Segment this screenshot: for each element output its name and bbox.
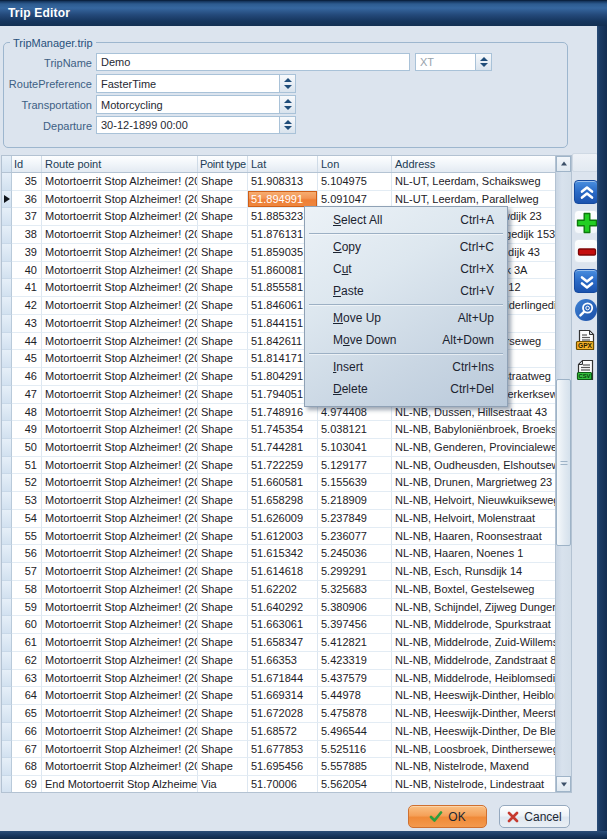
cell-route-point[interactable]: Motortoerrit Stop Alzheimer! (20 <box>42 191 198 209</box>
cell-lon[interactable]: 5.412821 <box>318 634 392 652</box>
table-row[interactable]: 35Motortoerrit Stop Alzheimer! (20Shape5… <box>2 173 555 191</box>
cell-lat[interactable]: 51.612003 <box>248 528 318 546</box>
cell-id[interactable]: 62 <box>12 652 42 670</box>
cell-route-point[interactable]: Motortoerrit Stop Alzheimer! (20 <box>42 634 198 652</box>
cell-lat[interactable]: 51.640292 <box>248 599 318 617</box>
cell-id[interactable]: 66 <box>12 723 42 741</box>
cell-lat[interactable]: 51.669314 <box>248 687 318 705</box>
cell-point-type[interactable]: Shape <box>198 741 248 759</box>
context-menu-item-cut[interactable]: CutCtrl+X <box>305 258 507 280</box>
table-row[interactable]: 54Motortoerrit Stop Alzheimer! (20Shape5… <box>2 510 555 528</box>
cell-point-type[interactable]: Shape <box>198 705 248 723</box>
cell-lon[interactable]: 5.236077 <box>318 528 392 546</box>
cell-route-point[interactable]: Motortoerrit Stop Alzheimer! (20 <box>42 297 198 315</box>
cell-lat[interactable]: 51.672028 <box>248 705 318 723</box>
cell-address[interactable]: NL-NB, Nistelrode, Maxend <box>392 758 555 776</box>
cell-lat[interactable]: 51.695456 <box>248 758 318 776</box>
csv-export-button[interactable]: CSV <box>574 358 598 382</box>
cell-point-type[interactable]: Shape <box>198 208 248 226</box>
cell-route-point[interactable]: Motortoerrit Stop Alzheimer! (20 <box>42 315 198 333</box>
cell-address[interactable]: NL-NB, Babyloniënbroek, Broekseweg <box>392 421 555 439</box>
header-point-type[interactable]: Point type <box>198 156 248 172</box>
cell-lat[interactable]: 51.658347 <box>248 634 318 652</box>
cell-lon[interactable]: 5.475878 <box>318 705 392 723</box>
cell-lon[interactable]: 5.423319 <box>318 652 392 670</box>
cell-point-type[interactable]: Shape <box>198 457 248 475</box>
cell-route-point[interactable]: Motortoerrit Stop Alzheimer! (20 <box>42 652 198 670</box>
cell-lon[interactable]: 5.103041 <box>318 439 392 457</box>
cell-id[interactable]: 63 <box>12 670 42 688</box>
table-row[interactable]: 59Motortoerrit Stop Alzheimer! (20Shape5… <box>2 599 555 617</box>
context-menu-item-move-down[interactable]: Move DownAlt+Down <box>305 329 507 351</box>
cell-route-point[interactable]: Motortoerrit Stop Alzheimer! (20 <box>42 723 198 741</box>
context-menu-item-paste[interactable]: PasteCtrl+V <box>305 280 507 302</box>
cell-lat[interactable]: 51.70006 <box>248 776 318 792</box>
cell-id[interactable]: 48 <box>12 404 42 422</box>
remove-button[interactable] <box>574 239 598 263</box>
table-row[interactable]: 67Motortoerrit Stop Alzheimer! (20Shape5… <box>2 741 555 759</box>
cell-route-point[interactable]: Motortoerrit Stop Alzheimer! (20 <box>42 510 198 528</box>
cell-lat[interactable]: 51.745354 <box>248 421 318 439</box>
cell-address[interactable]: NL-NB, Loosbroek, Dintherseweg <box>392 741 555 759</box>
cell-address[interactable]: NL-NB, Middelrode, Zandstraat 83 <box>392 652 555 670</box>
cell-address[interactable]: NL-NB, Middelrode, Spurkstraat <box>392 616 555 634</box>
cell-address[interactable]: NL-NB, Haaren, Noenes 1 <box>392 545 555 563</box>
cell-id[interactable]: 46 <box>12 368 42 386</box>
cell-lon[interactable]: 5.525116 <box>318 741 392 759</box>
cell-point-type[interactable]: Shape <box>198 368 248 386</box>
cell-point-type[interactable]: Shape <box>198 474 248 492</box>
cell-id[interactable]: 43 <box>12 315 42 333</box>
cell-point-type[interactable]: Shape <box>198 510 248 528</box>
cell-id[interactable]: 36 <box>12 191 42 209</box>
cancel-button[interactable]: Cancel <box>499 805 570 828</box>
cell-id[interactable]: 55 <box>12 528 42 546</box>
cell-point-type[interactable]: Shape <box>198 262 248 280</box>
cell-route-point[interactable]: Motortoerrit Stop Alzheimer! (20 <box>42 262 198 280</box>
cell-route-point[interactable]: Motortoerrit Stop Alzheimer! (20 <box>42 439 198 457</box>
header-lon[interactable]: Lon <box>318 156 392 172</box>
cell-route-point[interactable]: Motortoerrit Stop Alzheimer! (20 <box>42 173 198 191</box>
cell-id[interactable]: 53 <box>12 492 42 510</box>
cell-lon[interactable]: 5.380906 <box>318 599 392 617</box>
tripname-input[interactable]: Demo <box>96 53 410 71</box>
spin-down-icon[interactable] <box>284 106 292 110</box>
table-row[interactable]: 62Motortoerrit Stop Alzheimer! (20Shape5… <box>2 652 555 670</box>
cell-route-point[interactable]: Motortoerrit Stop Alzheimer! (20 <box>42 599 198 617</box>
cell-point-type[interactable]: Shape <box>198 599 248 617</box>
spin-up-icon[interactable] <box>284 78 292 82</box>
table-row[interactable]: 68Motortoerrit Stop Alzheimer! (20Shape5… <box>2 758 555 776</box>
departure-spinner[interactable]: 30-12-1899 00:00 <box>96 116 296 134</box>
cell-point-type[interactable]: Shape <box>198 386 248 404</box>
cell-route-point[interactable]: Motortoerrit Stop Alzheimer! (20 <box>42 492 198 510</box>
header-route-point[interactable]: Route point <box>42 156 198 172</box>
cell-lon[interactable]: 5.299291 <box>318 563 392 581</box>
cell-lon[interactable]: 5.44978 <box>318 687 392 705</box>
cell-id[interactable]: 64 <box>12 687 42 705</box>
table-row[interactable]: 64Motortoerrit Stop Alzheimer! (20Shape5… <box>2 687 555 705</box>
scroll-down-button[interactable] <box>556 776 571 792</box>
cell-point-type[interactable]: Shape <box>198 244 248 262</box>
cell-route-point[interactable]: Motortoerrit Stop Alzheimer! (20 <box>42 741 198 759</box>
cell-id[interactable]: 41 <box>12 279 42 297</box>
spin-down-icon[interactable] <box>480 63 488 67</box>
table-row[interactable]: 66Motortoerrit Stop Alzheimer! (20Shape5… <box>2 723 555 741</box>
cell-address[interactable]: NL-NB, Haaren, Roonsestraat <box>392 528 555 546</box>
add-button[interactable] <box>574 210 598 234</box>
cell-lat[interactable]: 51.626009 <box>248 510 318 528</box>
cell-id[interactable]: 50 <box>12 439 42 457</box>
cell-id[interactable]: 67 <box>12 741 42 759</box>
transportation-spin-buttons[interactable] <box>279 96 295 113</box>
scroll-up-button[interactable] <box>556 156 571 172</box>
context-menu-item-move-up[interactable]: Move UpAlt+Up <box>305 307 507 329</box>
cell-id[interactable]: 40 <box>12 262 42 280</box>
title-bar[interactable]: Trip Editor <box>0 0 607 26</box>
cell-point-type[interactable]: Shape <box>198 723 248 741</box>
cell-lat[interactable]: 51.671844 <box>248 670 318 688</box>
cell-route-point[interactable]: Motortoerrit Stop Alzheimer! (20 <box>42 616 198 634</box>
spin-up-icon[interactable] <box>480 57 488 61</box>
cell-route-point[interactable]: Motortoerrit Stop Alzheimer! (20 <box>42 563 198 581</box>
table-row[interactable]: 51Motortoerrit Stop Alzheimer! (20Shape5… <box>2 457 555 475</box>
cell-point-type[interactable]: Shape <box>198 528 248 546</box>
cell-id[interactable]: 39 <box>12 244 42 262</box>
cell-address[interactable]: NL-NB, Oudheusden, Elshoutseweg <box>392 457 555 475</box>
